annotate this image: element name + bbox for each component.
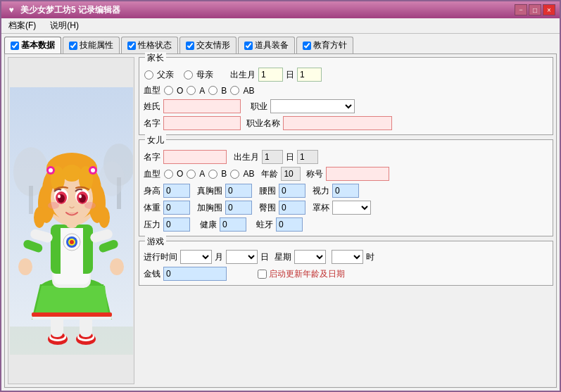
height-label: 身高 [144, 185, 160, 197]
tab-basic-data[interactable]: 基本数据 [4, 37, 61, 53]
tab-friends-checkbox[interactable] [186, 42, 194, 50]
blood-ab-label: AB [243, 86, 254, 96]
svg-rect-7 [10, 327, 133, 355]
svg-point-54 [79, 194, 82, 198]
tab-items-checkbox[interactable] [244, 42, 253, 50]
blood-a-radio[interactable] [187, 86, 196, 95]
right-panel: 家长 父亲 母亲 出生月 日 血型 O [139, 57, 553, 384]
menu-item-file[interactable]: 档案(F) [4, 18, 40, 33]
minimize-button[interactable]: － [515, 4, 527, 15]
tab-skills-checkbox[interactable] [69, 42, 77, 50]
mother-label: 母亲 [196, 69, 213, 81]
svg-point-45 [62, 165, 82, 182]
auto-update-area: 启动更新年龄及日期 [258, 268, 345, 280]
blood-ab-radio[interactable] [230, 86, 239, 95]
svg-rect-19 [32, 312, 112, 317]
hip-input[interactable] [279, 201, 305, 215]
job-name-input[interactable] [283, 116, 392, 130]
blood-o-label: O [177, 86, 183, 96]
character-image-panel: tEE [8, 57, 134, 384]
tabs-area: 基本数据 技能属性 性格状态 交友情形 道具装备 教育方针 [1, 34, 560, 53]
parent-birth-day-input[interactable] [297, 68, 322, 82]
d-blood-b-radio[interactable] [208, 170, 218, 179]
main-window: ♥ 美少女梦工坊5 记录编辑器 － □ × 档案(F) 说明(H) 基本数据 技… [0, 0, 561, 392]
close-button[interactable]: × [543, 4, 555, 15]
menu-item-help[interactable]: 说明(H) [46, 18, 83, 33]
tab-personality[interactable]: 性格状态 [121, 37, 178, 53]
daughter-section-title: 女儿 [145, 134, 166, 146]
daughter-blood-row: 血型 O A B AB 年龄 称号 [144, 167, 548, 181]
money-input[interactable] [163, 267, 227, 281]
job-select[interactable] [270, 99, 355, 113]
game-weekday-label: 星期 [275, 251, 291, 263]
tab-basic-data-checkbox[interactable] [11, 42, 19, 50]
tab-skills-label: 技能属性 [80, 39, 113, 51]
vision-input[interactable] [332, 184, 359, 198]
svg-rect-3 [29, 186, 33, 214]
game-day-select[interactable] [226, 250, 258, 264]
menu-bar: 档案(F) 说明(H) [1, 18, 560, 34]
svg-point-34 [110, 258, 124, 275]
tab-education[interactable]: 教育方针 [296, 37, 353, 53]
daughter-title-input[interactable] [326, 167, 389, 181]
daughter-name-label: 名字 [144, 151, 160, 163]
health-label: 健康 [200, 219, 217, 231]
stress-label: 压力 [144, 219, 160, 231]
parent-birth-month-input[interactable] [258, 68, 283, 82]
tab-personality-checkbox[interactable] [127, 42, 136, 50]
stress-input[interactable] [163, 217, 190, 232]
chest-add-input[interactable] [225, 201, 252, 215]
chest-real-input[interactable] [225, 184, 252, 198]
auto-update-label[interactable]: 启动更新年龄及日期 [258, 268, 345, 280]
age-input[interactable] [281, 167, 301, 181]
father-radio[interactable] [144, 70, 153, 80]
tab-education-checkbox[interactable] [303, 42, 311, 50]
parent-surname-row: 姓氏 职业 [144, 99, 548, 113]
tab-basic-data-label: 基本数据 [21, 39, 55, 51]
tab-items[interactable]: 道具装备 [238, 37, 295, 53]
surname-input[interactable] [163, 99, 241, 113]
tab-skills[interactable]: 技能属性 [63, 37, 120, 53]
parent-section: 家长 父亲 母亲 出生月 日 血型 O [139, 57, 553, 135]
daughter-measurements-row2: 体重 加胸围 臀围 罩杯 [144, 201, 548, 215]
mother-radio[interactable] [184, 70, 193, 80]
maximize-button[interactable]: □ [529, 4, 541, 15]
game-month-label: 月 [215, 251, 223, 263]
health-input[interactable] [220, 217, 246, 232]
daughter-birth-month-input[interactable] [262, 150, 283, 164]
auto-update-checkbox[interactable] [258, 270, 267, 279]
d-blood-a-radio[interactable] [187, 170, 196, 179]
game-month-select[interactable] [180, 250, 212, 264]
weight-input[interactable] [163, 201, 190, 215]
game-hour-label: 时 [366, 251, 374, 263]
daughter-birth-day-input[interactable] [297, 150, 318, 164]
surname-label: 姓氏 [144, 101, 160, 113]
parent-row1: 父亲 母亲 出生月 日 [144, 68, 548, 82]
job-name-label: 职业名称 [246, 118, 280, 129]
auto-update-text: 启动更新年龄及日期 [269, 268, 345, 280]
chest-add-label: 加胸围 [197, 202, 222, 214]
game-section-title: 游戏 [145, 236, 166, 248]
blood-b-radio[interactable] [208, 86, 218, 95]
blood-a-label: A [199, 86, 205, 96]
teeth-input[interactable] [276, 217, 303, 232]
parent-name-row: 名字 职业名称 [144, 116, 548, 130]
birth-month-label: 出生月 [230, 69, 256, 81]
height-input[interactable] [163, 184, 190, 198]
tab-friends[interactable]: 交友情形 [179, 37, 237, 53]
d-blood-o-radio[interactable] [164, 170, 173, 179]
window-title: 美少女梦工坊5 记录编辑器 [20, 4, 120, 16]
game-hour-select[interactable] [332, 250, 363, 264]
game-weekday-select[interactable] [294, 250, 326, 264]
blood-o-radio[interactable] [164, 86, 173, 95]
daughter-status-row: 压力 健康 蛀牙 [144, 217, 548, 232]
bra-select[interactable] [332, 201, 371, 215]
character-svg: tEE [10, 87, 133, 355]
waist-input[interactable] [279, 184, 305, 198]
d-blood-ab-radio[interactable] [230, 170, 239, 179]
content-area: tEE 家长 父亲 母亲 出生月 日 [4, 53, 557, 388]
tab-items-label: 道具装备 [255, 39, 289, 51]
parent-section-title: 家长 [145, 52, 166, 64]
parent-name-input[interactable] [163, 116, 241, 130]
daughter-name-input[interactable] [163, 150, 227, 164]
